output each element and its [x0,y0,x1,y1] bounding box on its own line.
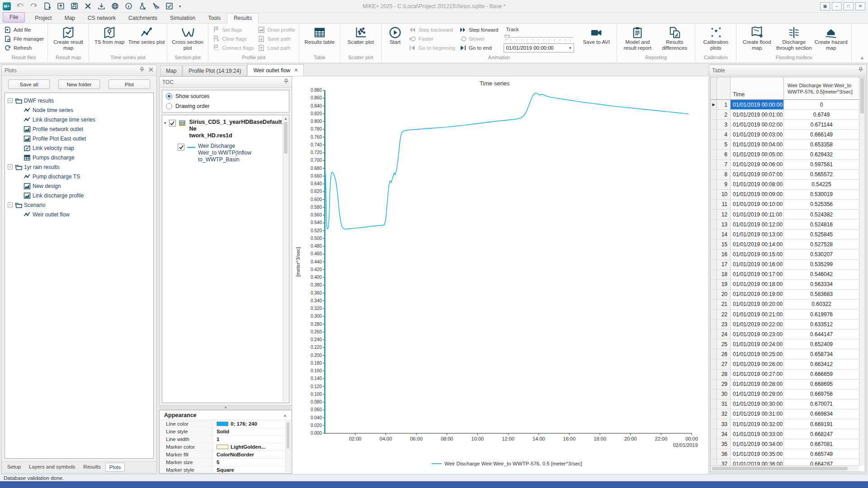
ribbon-tab-map[interactable]: Map [58,14,81,23]
tree-item-node-time-series[interactable]: Node time series [6,105,152,115]
value-cell[interactable]: 0.633512 [784,319,859,329]
ribbon-button-clear-flags[interactable]: Clear flags [212,35,254,43]
time-cell[interactable]: 01/01/2019 00:30:00 [731,399,784,409]
collapse-box-icon[interactable]: − [8,98,13,103]
ribbon-button-slower[interactable]: Slower [459,35,498,43]
time-cell[interactable]: 01/01/2019 00:06:00 [731,160,784,169]
value-cell[interactable]: 0.619976 [784,310,859,319]
table-row[interactable]: 1101/01/2019 00:10:000.525356 [711,200,859,210]
table-row[interactable]: 1301/01/2019 00:12:000.524816 [711,220,859,230]
ribbon-button-model-and-result-report[interactable]: Model and result report [619,24,656,53]
toc-scrollbar[interactable]: ▲ [283,116,288,402]
ribbon-collapse-icon[interactable]: ▲ [860,55,864,60]
value-cell[interactable]: 0.653358 [784,140,859,149]
value-cell[interactable]: 0.665749 [784,449,859,459]
panel-tab-layers-and-symbols[interactable]: Layers and symbols [25,463,79,472]
value-cell[interactable]: 0.664287 [784,459,859,465]
ribbon-button-start[interactable]: Start [383,24,407,53]
value-cell[interactable]: 0.669191 [784,419,859,429]
time-cell[interactable]: 01/01/2019 00:09:00 [731,190,784,199]
value-cell[interactable]: 0.669756 [784,389,859,399]
ribbon-tab-cs-network[interactable]: CS network [81,14,122,23]
value-cell[interactable]: 0.671144 [784,120,859,129]
time-cell[interactable]: 01/01/2019 00:22:00 [731,319,784,329]
value-cell[interactable]: 0.524816 [784,220,859,229]
table-row[interactable]: 601/01/2019 00:05:000.629432 [711,150,859,160]
collapse-arrow-icon[interactable]: ▾ [164,121,166,125]
ribbon-button-results-differences[interactable]: Results differences [656,24,693,53]
time-cell[interactable]: 01/01/2019 00:13:00 [731,230,784,239]
column-header-time[interactable]: Time [731,77,784,99]
ribbon-button-create-result-map[interactable]: Create result map [50,24,87,53]
undo-icon[interactable] [15,2,24,11]
value-cell[interactable]: 0.530207 [784,249,859,259]
ribbon-button-save-path[interactable]: Save path [257,35,295,43]
value-cell[interactable]: 0.644147 [784,329,859,339]
value-cell[interactable]: 0.663412 [784,359,859,369]
time-cell[interactable]: 01/01/2019 00:26:00 [731,359,784,369]
time-cell[interactable]: 01/01/2019 00:05:00 [731,150,784,159]
table-row[interactable]: 2701/01/2019 00:26:000.663412 [711,359,859,369]
tree-item-link-discharge-time-series[interactable]: Link discharge time series [6,115,152,124]
collapse-box-icon[interactable]: − [8,164,13,169]
ribbon-button-step-backward[interactable]: Step backward [409,26,455,34]
ribbon-button-go-to-end[interactable]: Go to end [459,44,498,52]
property-value[interactable]: 0; 176; 240▼ [213,421,292,427]
save-all-button[interactable]: Save all [8,80,50,89]
time-cell[interactable]: 01/01/2019 00:33:00 [731,429,784,439]
table-row[interactable]: 3001/01/2019 00:29:000.669756 [711,389,859,399]
new-folder-button[interactable]: New folder [58,80,100,89]
tree-item-new-design[interactable]: New design [6,181,152,191]
value-cell[interactable]: 0.667081 [784,439,859,449]
tree-item-profile-network-outlet[interactable]: Profile network outlet [6,124,152,134]
table-row[interactable]: 3101/01/2019 00:30:000.670071 [711,399,859,409]
value-cell[interactable]: 0.563334 [784,280,859,289]
table-horizontal-scrollbar[interactable] [711,465,859,472]
ribbon-button-calibration-plots[interactable]: Calibration plots [697,24,734,53]
ribbon-button-create-flood-map[interactable]: Create flood map [738,24,775,53]
value-cell[interactable]: 0.6749 [784,110,859,119]
value-cell[interactable]: 0.525356 [784,200,859,209]
validate-off-icon[interactable] [137,2,146,11]
panel-tab-plots[interactable]: Plots [105,463,125,472]
table-row[interactable]: 2401/01/2019 00:23:000.644147 [711,329,859,339]
property-value[interactable]: ColorNoBorder▼ [213,452,292,457]
time-cell[interactable]: 01/01/2019 00:00:00 [731,100,784,109]
pin-icon[interactable] [283,79,289,85]
ribbon-button-draw-profile[interactable]: Draw profile [257,26,295,34]
time-cell[interactable]: 01/01/2019 00:24:00 [731,339,784,349]
tree-item-link-velocity-map[interactable]: Link velocity map [6,143,152,153]
time-cell[interactable]: 01/01/2019 00:16:00 [731,260,784,269]
panel-tab-results[interactable]: Results [80,463,104,472]
value-cell[interactable]: 0.546042 [784,270,859,279]
time-cell[interactable]: 01/01/2019 00:10:00 [731,200,784,209]
ribbon-button-set-flags[interactable]: Set flags [212,26,254,34]
pin-icon[interactable] [139,67,145,74]
table-row[interactable]: 1701/01/2019 00:16:000.535299 [711,260,859,270]
table-row[interactable]: 501/01/2019 00:04:000.653358 [711,140,859,150]
page-new-icon[interactable] [42,2,52,11]
info-icon[interactable] [124,2,133,11]
window-maximize-button[interactable]: □ [844,2,854,10]
column-header-value[interactable]: Weir Discharge Weir:Weir_to WWTP-576, 0.… [784,77,859,99]
table-row[interactable]: ▶101/01/2019 00:00:000 [711,100,859,110]
value-cell[interactable]: 0.530019 [784,190,859,199]
table-row[interactable]: 1601/01/2019 00:15:000.530207 [711,249,859,259]
value-cell[interactable]: 0.54225 [784,180,859,189]
ribbon-button-results-table[interactable]: Results table [301,24,338,53]
import-down-icon[interactable] [97,2,106,11]
value-cell[interactable]: 0.565572 [784,170,859,179]
panel-splitter[interactable]: ▼ [159,406,292,410]
value-cell[interactable]: 0.666149 [784,130,859,139]
table-row[interactable]: 3301/01/2019 00:32:000.669191 [711,419,859,429]
table-row[interactable]: 901/01/2019 00:08:000.54225 [711,180,859,190]
time-cell[interactable]: 01/01/2019 00:12:00 [731,220,784,229]
time-cell[interactable]: 01/01/2019 00:29:00 [731,389,784,399]
property-value[interactable]: Square▼ [213,467,292,473]
window-minimize-button[interactable]: – [832,2,842,10]
ribbon-button-discharge-through-section[interactable]: Discharge through section [775,24,812,53]
time-cell[interactable]: 01/01/2019 00:15:00 [731,249,784,259]
table-row[interactable]: 2201/01/2019 00:21:000.619976 [711,310,859,319]
table-row[interactable]: 1001/01/2019 00:09:000.530019 [711,190,859,200]
table-row[interactable]: 3501/01/2019 00:34:000.667081 [711,439,859,449]
